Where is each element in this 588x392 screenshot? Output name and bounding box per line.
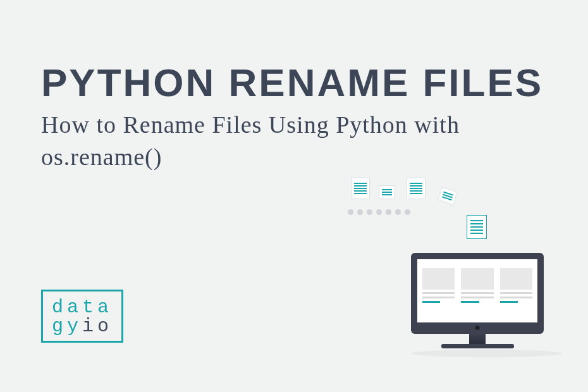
floating-document-icon: [467, 215, 487, 239]
logo-text-line2b: io: [82, 315, 113, 337]
logo-text-line1: data: [52, 297, 113, 318]
page-title: PYTHON RENAME FILES: [41, 63, 547, 102]
monitor-button-icon: [475, 326, 480, 330]
pagination-dots: [348, 209, 410, 215]
card-icon: [422, 268, 455, 316]
logo-text-line2a: gy: [52, 315, 82, 337]
datagy-logo: data gyio: [41, 290, 123, 343]
document-icon: [379, 185, 395, 199]
monitor-illustration: [411, 253, 544, 357]
card-icon: [461, 268, 493, 316]
document-icon: [351, 178, 370, 199]
document-icon: [438, 187, 458, 205]
card-icon: [500, 268, 532, 316]
page-subtitle: How to Rename Files Using Python with os…: [41, 109, 547, 174]
document-icon: [407, 178, 426, 199]
hero-illustration: [338, 180, 553, 357]
